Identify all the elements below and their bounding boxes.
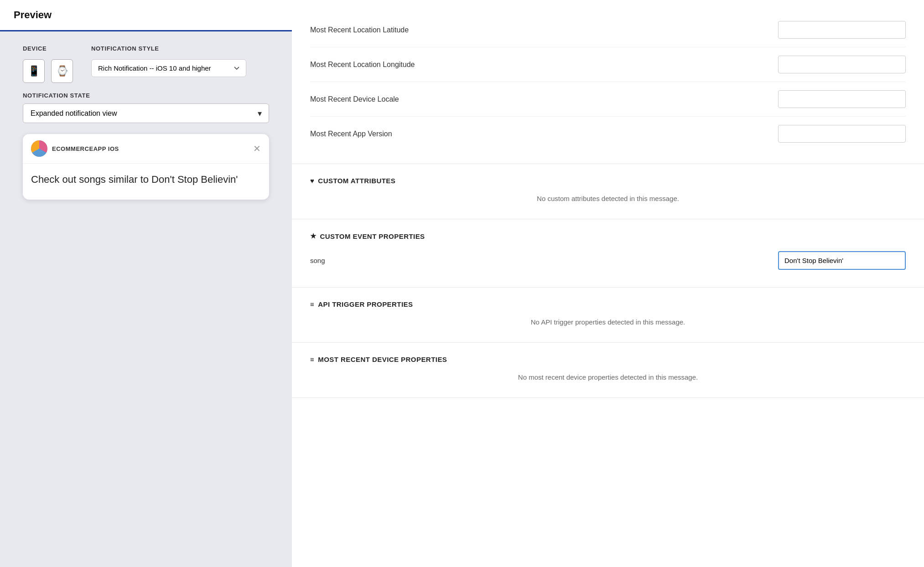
notification-card-body: Check out songs similar to Don't Stop Be… [23, 164, 269, 200]
notification-style-select[interactable]: Rich Notification -- iOS 10 and higher [91, 59, 246, 77]
longitude-label: Most Recent Location Longitude [310, 61, 778, 69]
preview-title: Preview [14, 9, 278, 21]
notification-message: Check out songs similar to Don't Stop Be… [31, 173, 261, 187]
heart-icon: ♥ [310, 177, 314, 185]
list-icon: ≡ [310, 300, 314, 308]
field-row-locale: Most Recent Device Locale [310, 82, 906, 117]
right-panel: Most Recent Location Latitude Most Recen… [292, 0, 924, 567]
close-notification-button[interactable]: ✕ [253, 144, 261, 153]
field-row-latitude: Most Recent Location Latitude [310, 13, 906, 47]
app-version-label: Most Recent App Version [310, 130, 778, 138]
field-row-longitude: Most Recent Location Longitude [310, 47, 906, 82]
app-info: ECOMMERCEAPP IOS [31, 140, 119, 157]
app-name: ECOMMERCEAPP IOS [52, 145, 119, 152]
custom-event-properties-section: ★ CUSTOM EVENT PROPERTIES song [292, 219, 924, 288]
most-recent-device-title: ≡ MOST RECENT DEVICE PROPERTIES [310, 356, 906, 363]
star-icon: ★ [310, 232, 316, 240]
most-recent-device-section: ≡ MOST RECENT DEVICE PROPERTIES No most … [292, 343, 924, 398]
latitude-input[interactable] [778, 21, 906, 39]
custom-event-properties-title: ★ CUSTOM EVENT PROPERTIES [310, 232, 906, 240]
app-icon [31, 140, 47, 157]
notification-card: ECOMMERCEAPP IOS ✕ Check out songs simil… [23, 134, 269, 200]
notification-state-label: NOTIFICATION STATE [23, 92, 269, 99]
custom-attributes-empty: No custom attributes detected in this me… [310, 191, 906, 206]
song-label: song [310, 257, 325, 264]
notification-state-select[interactable]: Expanded notification view [23, 103, 269, 123]
app-version-input[interactable] [778, 125, 906, 143]
longitude-input[interactable] [778, 56, 906, 73]
latitude-label: Most Recent Location Latitude [310, 26, 778, 34]
song-input[interactable] [778, 251, 906, 270]
api-trigger-section: ≡ API TRIGGER PROPERTIES No API trigger … [292, 288, 924, 343]
custom-attributes-section: ♥ CUSTOM ATTRIBUTES No custom attributes… [292, 164, 924, 219]
notification-style-label: NOTIFICATION STYLE [91, 45, 246, 52]
tablet-device-button[interactable]: ⌚ [51, 59, 73, 83]
device-list-icon: ≡ [310, 356, 314, 363]
api-trigger-title: ≡ API TRIGGER PROPERTIES [310, 300, 906, 308]
notification-card-header: ECOMMERCEAPP IOS ✕ [23, 134, 269, 164]
location-fields-section: Most Recent Location Latitude Most Recen… [292, 0, 924, 164]
locale-input[interactable] [778, 90, 906, 108]
left-panel: Preview DEVICE 📱 ⌚ NOTIFICATION STYLE Ri… [0, 0, 292, 567]
api-trigger-empty: No API trigger properties detected in th… [310, 314, 906, 330]
locale-label: Most Recent Device Locale [310, 95, 778, 103]
field-row-app-version: Most Recent App Version [310, 117, 906, 151]
custom-attributes-title: ♥ CUSTOM ATTRIBUTES [310, 177, 906, 185]
phone-device-button[interactable]: 📱 [23, 59, 45, 83]
most-recent-device-empty: No most recent device properties detecte… [310, 370, 906, 385]
song-row: song [310, 247, 906, 274]
preview-header: Preview [0, 0, 292, 31]
device-label: DEVICE [23, 45, 73, 52]
